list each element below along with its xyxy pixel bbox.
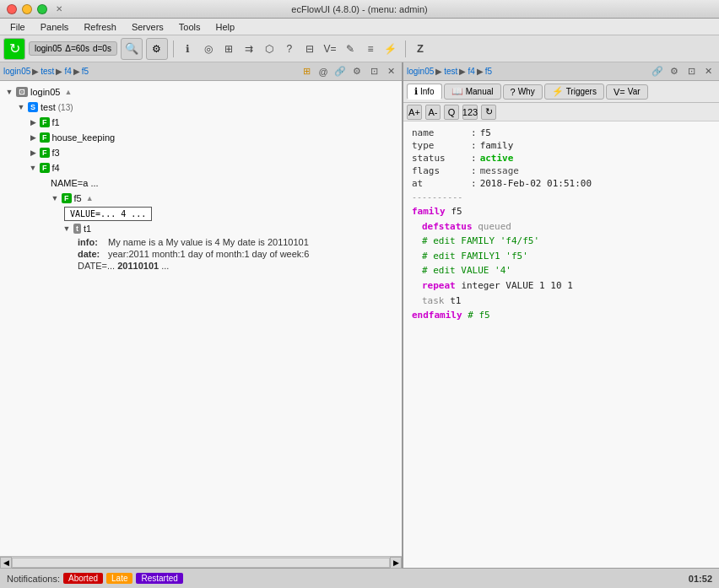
tree-row-name-var[interactable]: NAME=a ... (39, 175, 398, 191)
left-panel-gear[interactable]: ⚙ (349, 64, 365, 79)
font-q-btn[interactable]: Q (444, 105, 459, 120)
diagram-icon[interactable]: ⬡ (260, 40, 278, 58)
toggle-f5[interactable]: ▼ (51, 194, 59, 202)
minimize-button[interactable] (22, 4, 32, 14)
flow-icon[interactable]: ⇉ (240, 40, 258, 58)
node-icon[interactable]: ◎ (199, 40, 218, 58)
triggers-tab-icon: ⚡ (552, 86, 564, 97)
left-panel-close[interactable]: ✕ (383, 64, 398, 79)
tab-manual[interactable]: 📖 Manual (444, 84, 501, 100)
toggle-f1[interactable]: ▶ (29, 118, 37, 127)
left-panel-icon1[interactable]: ⊞ (299, 64, 314, 79)
help-icon[interactable]: ? (280, 40, 299, 58)
close-button[interactable] (7, 4, 17, 14)
right-panel-icons: 🔗 ⚙ ⊡ ✕ (650, 64, 716, 79)
badge-test: S (28, 102, 38, 112)
menu-file[interactable]: File (3, 19, 32, 35)
info-icon[interactable]: ℹ (179, 40, 197, 58)
tree-row-test[interactable]: ▼ S test (13) (15, 100, 398, 115)
edit-icon[interactable]: ✎ (341, 40, 360, 58)
scroll-track[interactable] (12, 558, 390, 568)
info-row-date2: DATE=... 20110101 ... (74, 260, 398, 272)
search-button[interactable]: 🔍 (121, 38, 143, 60)
scroll-right-btn[interactable]: ▶ (390, 557, 402, 569)
info-tab-icon: ℹ (414, 86, 418, 97)
restarted-badge[interactable]: Restarted (136, 573, 182, 584)
tab-why[interactable]: ? Why (503, 84, 543, 100)
left-panel-icon2[interactable]: @ (316, 64, 331, 79)
table-icon[interactable]: ⊟ (300, 40, 319, 58)
left-scrollbar[interactable]: ◀ ▶ (0, 556, 402, 568)
left-panel-toolbar: ⊞ @ 🔗 ⚙ ⊡ ✕ (299, 64, 398, 79)
tab-info[interactable]: ℹ Info (407, 84, 442, 100)
bc-f5[interactable]: f5 (82, 67, 89, 76)
tree-row-login05[interactable]: ▼ ⊡ login05 ▲ (3, 84, 398, 100)
menu-tools[interactable]: Tools (172, 19, 208, 35)
trigger-icon[interactable]: ⚡ (381, 40, 400, 58)
toggle-login05[interactable]: ▼ (5, 88, 14, 96)
indent-name-var: NAME=a ... (27, 175, 398, 191)
tree-row-housekeeping[interactable]: ▶ F house_keeping (27, 130, 398, 145)
font-refresh-btn[interactable]: ↻ (481, 105, 496, 120)
code-comment2: # edit FAMILY1 'f5' (422, 251, 528, 262)
menu-help[interactable]: Help (209, 19, 242, 35)
font-larger-btn[interactable]: A+ (407, 105, 422, 120)
rbc-test[interactable]: test (444, 67, 457, 76)
refresh-button[interactable]: ↻ (3, 38, 25, 60)
menu-panels[interactable]: Panels (34, 19, 76, 35)
tree-row-f5[interactable]: ▼ F f5 ▲ (39, 191, 398, 206)
menu-servers[interactable]: Servers (125, 19, 170, 35)
toggle-f4[interactable]: ▼ (29, 164, 37, 172)
status-time: 01:52 (689, 574, 712, 584)
maximize-button[interactable] (37, 4, 47, 14)
rbc-f4[interactable]: f4 (468, 67, 474, 76)
font-num-btn[interactable]: 123 (462, 105, 478, 120)
server-settings-button[interactable]: ⚙ (146, 38, 168, 60)
right-link-icon[interactable]: 🔗 (650, 64, 665, 79)
right-detach-icon[interactable]: ⊡ (684, 64, 699, 79)
aborted-badge[interactable]: Aborted (63, 573, 103, 584)
right-gear-icon[interactable]: ⚙ (667, 64, 682, 79)
tree-row-value[interactable]: VALUE=... 4 ... (51, 206, 398, 221)
tree-row-f3[interactable]: ▶ F f3 (27, 145, 398, 160)
bc-f4[interactable]: f4 (64, 67, 71, 76)
left-panel-tabs: login05 ▶ test ▶ f4 ▶ f5 ⊞ @ 🔗 ⚙ ⊡ ✕ (0, 62, 402, 81)
tree-area[interactable]: ▼ ⊡ login05 ▲ ▼ S test (13) ▶ F (0, 81, 402, 556)
bc-login05[interactable]: login05 (3, 67, 30, 76)
output-icon[interactable]: ≡ (361, 40, 380, 58)
toolbar-separator (173, 40, 174, 57)
zoom-icon[interactable]: Z (411, 40, 430, 58)
left-panel-detach[interactable]: ⊡ (366, 64, 381, 79)
badge-housekeeping: F (40, 132, 50, 143)
menu-refresh[interactable]: Refresh (77, 19, 123, 35)
scroll-left-btn[interactable]: ◀ (0, 557, 12, 569)
tree-row-t1[interactable]: ▼ t t1 (51, 221, 398, 236)
toggle-f3[interactable]: ▶ (29, 148, 37, 157)
title-bar: ✕ ecFlowUI (4.8.0) - (menu: admin) (0, 0, 719, 19)
code-comment3-line: # edit VALUE '4' (412, 263, 711, 278)
title-icon: ✕ (56, 4, 62, 13)
divider: ---------- (412, 192, 711, 202)
rbc-f5[interactable]: f5 (485, 67, 492, 76)
prop-row-name: name : f5 (412, 127, 711, 139)
right-close-icon[interactable]: ✕ (700, 64, 716, 79)
var-tab-icon: V= (614, 87, 625, 97)
grid-icon[interactable]: ⊞ (219, 40, 238, 58)
tab-triggers[interactable]: ⚡ Triggers (544, 84, 604, 100)
tree-row-f4[interactable]: ▼ F f4 (27, 160, 398, 175)
toggle-test[interactable]: ▼ (17, 103, 25, 111)
toggle-housekeeping[interactable]: ▶ (29, 133, 37, 142)
bc-test[interactable]: test (41, 67, 54, 76)
toggle-t1[interactable]: ▼ (62, 224, 71, 233)
tree-row-f1[interactable]: ▶ F f1 (27, 115, 398, 130)
rbc-login05[interactable]: login05 (407, 67, 434, 76)
window-controls[interactable] (7, 4, 47, 14)
font-smaller-btn[interactable]: A- (425, 105, 441, 120)
main-area: login05 ▶ test ▶ f4 ▶ f5 ⊞ @ 🔗 ⚙ ⊡ ✕ ▼ (0, 62, 719, 568)
left-panel-icon3[interactable]: 🔗 (332, 64, 348, 79)
var-icon[interactable]: V= (321, 40, 339, 58)
badge-t1: t (73, 224, 81, 234)
refresh-delta: Δ=60s (65, 44, 89, 53)
late-badge[interactable]: Late (106, 573, 132, 584)
tab-var[interactable]: V= Var (606, 84, 648, 100)
